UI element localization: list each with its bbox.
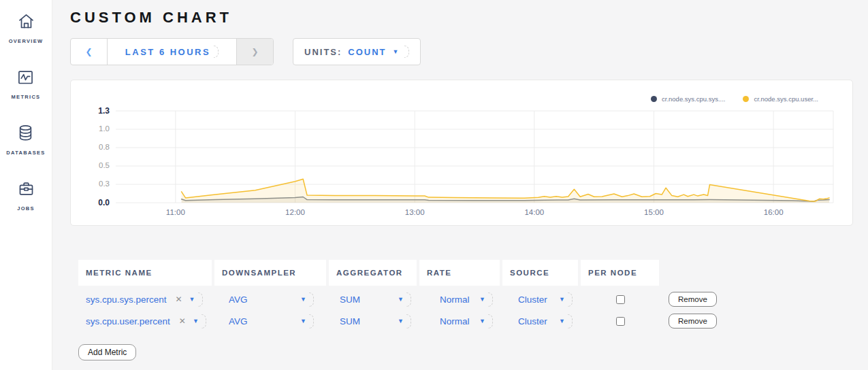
dashed-outline bbox=[568, 292, 573, 307]
column-header: DOWNSAMPLER bbox=[214, 260, 326, 286]
per-node-checkbox[interactable] bbox=[616, 295, 625, 304]
next-range-button[interactable]: ❯ bbox=[236, 39, 273, 65]
caret-down-icon: ▼ bbox=[398, 318, 404, 324]
legend-label: cr.node.sys.cpu.sys.... bbox=[662, 95, 725, 103]
sidebar-item-overview[interactable]: OVERVIEW bbox=[9, 12, 44, 44]
legend-label: cr.node.sys.cpu.user... bbox=[754, 95, 818, 103]
chart-plot bbox=[116, 111, 833, 203]
chart-card: cr.node.sys.cpu.sys.... cr.node.sys.cpu.… bbox=[70, 80, 853, 226]
rate-value: Normal bbox=[440, 295, 470, 305]
metric-name-value: sys.cpu.sys.percent bbox=[86, 295, 167, 305]
downsampler-value: AVG bbox=[229, 316, 248, 326]
column-header-blank bbox=[662, 260, 791, 286]
source-value: Cluster bbox=[518, 316, 547, 326]
rate-value: Normal bbox=[440, 316, 470, 326]
add-metric-button[interactable]: Add Metric bbox=[78, 344, 136, 360]
time-range-dropdown[interactable]: LAST 6 HOURS bbox=[108, 39, 236, 65]
remove-button[interactable]: Remove bbox=[669, 314, 717, 329]
dashed-outline bbox=[406, 292, 411, 307]
legend-item[interactable]: cr.node.sys.cpu.user... bbox=[743, 95, 818, 103]
rate-select[interactable]: Normal ▼ bbox=[419, 288, 500, 310]
metric-table: METRIC NAME DOWNSAMPLER AGGREGATOR RATE … bbox=[78, 260, 868, 332]
units-value: COUNT bbox=[348, 47, 386, 57]
downsampler-select[interactable]: AVG ▼ bbox=[214, 310, 326, 332]
x-axis-label: 11:00 bbox=[155, 208, 196, 216]
source-select[interactable]: Cluster ▼ bbox=[502, 310, 578, 332]
units-dropdown[interactable]: UNITS: COUNT ▼ bbox=[293, 38, 421, 65]
aggregator-value: SUM bbox=[340, 316, 360, 326]
jobs-icon bbox=[17, 180, 35, 201]
action-cell: Remove bbox=[662, 288, 791, 310]
per-node-checkbox[interactable] bbox=[616, 317, 625, 326]
caret-down-icon: ▼ bbox=[193, 318, 199, 324]
aggregator-select[interactable]: SUM ▼ bbox=[329, 310, 417, 332]
chevron-left-icon: ❮ bbox=[85, 47, 92, 56]
sidebar-item-label: OVERVIEW bbox=[9, 38, 44, 44]
home-icon bbox=[17, 12, 35, 33]
y-axis-label: 0.0 bbox=[71, 198, 110, 207]
caret-down-icon: ▼ bbox=[559, 297, 565, 303]
legend-item[interactable]: cr.node.sys.cpu.sys.... bbox=[651, 95, 725, 103]
remove-button[interactable]: Remove bbox=[669, 292, 717, 307]
time-range-value: LAST 6 HOURS bbox=[125, 47, 210, 57]
chevron-right-icon: ❯ bbox=[251, 47, 258, 56]
x-axis-label: 14:00 bbox=[514, 208, 555, 216]
caret-down-icon: ▼ bbox=[559, 318, 565, 324]
column-header: AGGREGATOR bbox=[329, 260, 417, 286]
caret-down-icon: ▼ bbox=[393, 49, 399, 55]
sidebar-item-label: METRICS bbox=[12, 94, 41, 100]
metric-name-dropdown[interactable]: sys.cpu.user.percent ✕ ▼ bbox=[78, 310, 212, 332]
caret-down-icon: ▼ bbox=[189, 297, 195, 303]
dashed-outline bbox=[214, 46, 219, 58]
caret-down-icon: ▼ bbox=[479, 318, 485, 324]
series-dot-icon bbox=[651, 96, 657, 102]
sidebar-item-label: JOBS bbox=[17, 205, 35, 212]
prev-range-button[interactable]: ❮ bbox=[71, 39, 108, 65]
source-select[interactable]: Cluster ▼ bbox=[502, 288, 578, 310]
per-node-cell bbox=[581, 288, 659, 310]
dashed-outline bbox=[202, 314, 206, 329]
series-dot-icon bbox=[743, 96, 749, 102]
dashed-outline bbox=[309, 314, 314, 329]
clear-metric-icon[interactable]: ✕ bbox=[179, 316, 186, 326]
clear-metric-icon[interactable]: ✕ bbox=[176, 295, 182, 304]
y-axis-label: 1.0 bbox=[71, 124, 110, 133]
rate-select[interactable]: Normal ▼ bbox=[419, 310, 500, 332]
dashed-outline bbox=[198, 292, 203, 307]
aggregator-select[interactable]: SUM ▼ bbox=[329, 288, 417, 310]
x-axis-label: 13:00 bbox=[394, 208, 435, 216]
sidebar-item-databases[interactable]: DATABASES bbox=[6, 124, 45, 156]
time-range-selector: ❮ LAST 6 HOURS ❯ bbox=[70, 38, 274, 65]
caret-down-icon: ▼ bbox=[398, 297, 404, 303]
sidebar-item-metrics[interactable]: METRICS bbox=[12, 68, 41, 100]
metric-name-dropdown[interactable]: sys.cpu.sys.percent ✕ ▼ bbox=[78, 288, 212, 310]
x-axis-label: 15:00 bbox=[634, 208, 675, 216]
page-title: CUSTOM CHART bbox=[70, 9, 868, 27]
x-axis-label: 16:00 bbox=[753, 208, 794, 216]
aggregator-value: SUM bbox=[340, 295, 360, 305]
downsampler-value: AVG bbox=[229, 295, 248, 305]
caret-down-icon: ▼ bbox=[479, 297, 485, 303]
x-axis-label: 12:00 bbox=[275, 208, 316, 216]
source-value: Cluster bbox=[518, 295, 547, 305]
dashed-outline bbox=[406, 314, 411, 329]
y-axis-label: 0.5 bbox=[71, 161, 110, 169]
dashed-outline bbox=[404, 46, 409, 58]
sidebar: OVERVIEW METRICS DATABASES JOBS bbox=[0, 0, 52, 370]
main-content: CUSTOM CHART ❮ LAST 6 HOURS ❯ UNITS: COU… bbox=[52, 0, 868, 370]
chart-legend: cr.node.sys.cpu.sys.... cr.node.sys.cpu.… bbox=[651, 95, 818, 103]
metric-name-value: sys.cpu.user.percent bbox=[86, 316, 170, 326]
per-node-cell bbox=[581, 310, 659, 332]
toolbar: ❮ LAST 6 HOURS ❯ UNITS: COUNT ▼ bbox=[70, 38, 868, 65]
y-axis-label: 0.3 bbox=[71, 180, 110, 188]
sidebar-item-label: DATABASES bbox=[6, 150, 45, 156]
dashed-outline bbox=[309, 292, 314, 307]
column-header: PER NODE bbox=[581, 260, 659, 286]
column-header: METRIC NAME bbox=[78, 260, 212, 286]
metrics-icon bbox=[16, 68, 35, 89]
sidebar-item-jobs[interactable]: JOBS bbox=[17, 180, 35, 212]
y-axis-label: 0.8 bbox=[71, 143, 110, 151]
downsampler-select[interactable]: AVG ▼ bbox=[214, 288, 326, 310]
units-label: UNITS: bbox=[304, 47, 342, 57]
databases-icon bbox=[16, 124, 35, 145]
